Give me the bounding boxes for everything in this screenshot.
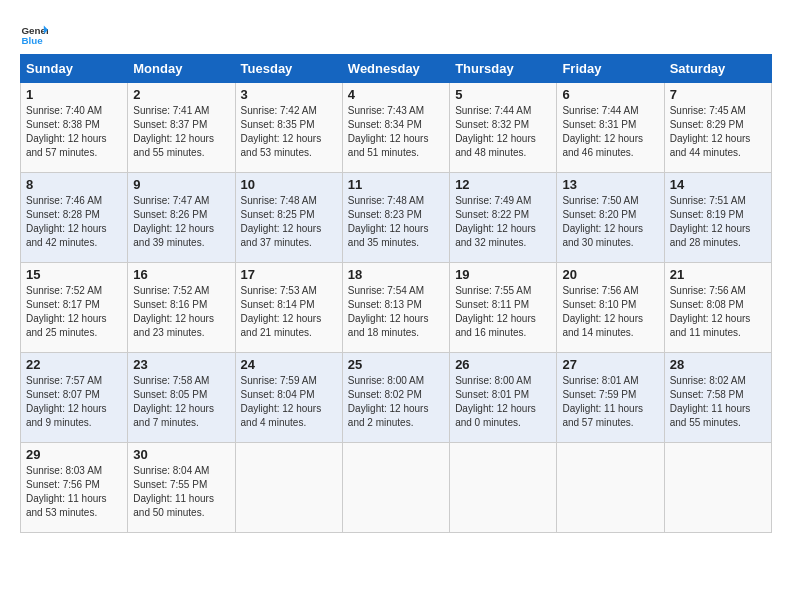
day-number: 24: [241, 357, 337, 372]
day-number: 8: [26, 177, 122, 192]
day-number: 19: [455, 267, 551, 282]
cell-info: Sunrise: 7:44 AM Sunset: 8:31 PM Dayligh…: [562, 104, 658, 160]
calendar-row-0: 1Sunrise: 7:40 AM Sunset: 8:38 PM Daylig…: [21, 83, 772, 173]
calendar-cell: 11Sunrise: 7:48 AM Sunset: 8:23 PM Dayli…: [342, 173, 449, 263]
cell-info: Sunrise: 7:56 AM Sunset: 8:08 PM Dayligh…: [670, 284, 766, 340]
cell-info: Sunrise: 7:41 AM Sunset: 8:37 PM Dayligh…: [133, 104, 229, 160]
day-number: 20: [562, 267, 658, 282]
day-number: 22: [26, 357, 122, 372]
cell-info: Sunrise: 8:01 AM Sunset: 7:59 PM Dayligh…: [562, 374, 658, 430]
header: General Blue: [20, 20, 772, 48]
cell-info: Sunrise: 7:54 AM Sunset: 8:13 PM Dayligh…: [348, 284, 444, 340]
calendar-cell: 13Sunrise: 7:50 AM Sunset: 8:20 PM Dayli…: [557, 173, 664, 263]
day-number: 14: [670, 177, 766, 192]
calendar-cell: 21Sunrise: 7:56 AM Sunset: 8:08 PM Dayli…: [664, 263, 771, 353]
cell-info: Sunrise: 7:46 AM Sunset: 8:28 PM Dayligh…: [26, 194, 122, 250]
cell-info: Sunrise: 7:42 AM Sunset: 8:35 PM Dayligh…: [241, 104, 337, 160]
calendar-cell: 27Sunrise: 8:01 AM Sunset: 7:59 PM Dayli…: [557, 353, 664, 443]
cell-info: Sunrise: 7:52 AM Sunset: 8:17 PM Dayligh…: [26, 284, 122, 340]
calendar-cell: 29Sunrise: 8:03 AM Sunset: 7:56 PM Dayli…: [21, 443, 128, 533]
day-number: 15: [26, 267, 122, 282]
day-number: 25: [348, 357, 444, 372]
cell-info: Sunrise: 8:03 AM Sunset: 7:56 PM Dayligh…: [26, 464, 122, 520]
calendar-cell: 6Sunrise: 7:44 AM Sunset: 8:31 PM Daylig…: [557, 83, 664, 173]
cell-info: Sunrise: 7:43 AM Sunset: 8:34 PM Dayligh…: [348, 104, 444, 160]
calendar-cell: 26Sunrise: 8:00 AM Sunset: 8:01 PM Dayli…: [450, 353, 557, 443]
header-day-saturday: Saturday: [664, 55, 771, 83]
cell-info: Sunrise: 7:47 AM Sunset: 8:26 PM Dayligh…: [133, 194, 229, 250]
day-number: 1: [26, 87, 122, 102]
day-number: 9: [133, 177, 229, 192]
logo: General Blue: [20, 20, 48, 48]
cell-info: Sunrise: 8:00 AM Sunset: 8:01 PM Dayligh…: [455, 374, 551, 430]
calendar-cell: 8Sunrise: 7:46 AM Sunset: 8:28 PM Daylig…: [21, 173, 128, 263]
day-number: 12: [455, 177, 551, 192]
calendar-cell: [557, 443, 664, 533]
calendar-cell: 20Sunrise: 7:56 AM Sunset: 8:10 PM Dayli…: [557, 263, 664, 353]
day-number: 4: [348, 87, 444, 102]
calendar-cell: 9Sunrise: 7:47 AM Sunset: 8:26 PM Daylig…: [128, 173, 235, 263]
day-number: 3: [241, 87, 337, 102]
calendar-cell: 19Sunrise: 7:55 AM Sunset: 8:11 PM Dayli…: [450, 263, 557, 353]
calendar-cell: 5Sunrise: 7:44 AM Sunset: 8:32 PM Daylig…: [450, 83, 557, 173]
calendar-cell: 23Sunrise: 7:58 AM Sunset: 8:05 PM Dayli…: [128, 353, 235, 443]
calendar-header-row: SundayMondayTuesdayWednesdayThursdayFrid…: [21, 55, 772, 83]
day-number: 10: [241, 177, 337, 192]
day-number: 2: [133, 87, 229, 102]
calendar-cell: 22Sunrise: 7:57 AM Sunset: 8:07 PM Dayli…: [21, 353, 128, 443]
cell-info: Sunrise: 7:49 AM Sunset: 8:22 PM Dayligh…: [455, 194, 551, 250]
header-day-monday: Monday: [128, 55, 235, 83]
day-number: 5: [455, 87, 551, 102]
cell-info: Sunrise: 8:00 AM Sunset: 8:02 PM Dayligh…: [348, 374, 444, 430]
calendar-cell: 24Sunrise: 7:59 AM Sunset: 8:04 PM Dayli…: [235, 353, 342, 443]
day-number: 17: [241, 267, 337, 282]
cell-info: Sunrise: 8:02 AM Sunset: 7:58 PM Dayligh…: [670, 374, 766, 430]
cell-info: Sunrise: 7:40 AM Sunset: 8:38 PM Dayligh…: [26, 104, 122, 160]
calendar-row-3: 22Sunrise: 7:57 AM Sunset: 8:07 PM Dayli…: [21, 353, 772, 443]
calendar-cell: 12Sunrise: 7:49 AM Sunset: 8:22 PM Dayli…: [450, 173, 557, 263]
calendar-cell: 2Sunrise: 7:41 AM Sunset: 8:37 PM Daylig…: [128, 83, 235, 173]
header-day-wednesday: Wednesday: [342, 55, 449, 83]
cell-info: Sunrise: 7:55 AM Sunset: 8:11 PM Dayligh…: [455, 284, 551, 340]
day-number: 13: [562, 177, 658, 192]
cell-info: Sunrise: 7:52 AM Sunset: 8:16 PM Dayligh…: [133, 284, 229, 340]
logo-icon: General Blue: [20, 20, 48, 48]
calendar-row-4: 29Sunrise: 8:03 AM Sunset: 7:56 PM Dayli…: [21, 443, 772, 533]
cell-info: Sunrise: 7:53 AM Sunset: 8:14 PM Dayligh…: [241, 284, 337, 340]
header-day-sunday: Sunday: [21, 55, 128, 83]
cell-info: Sunrise: 7:48 AM Sunset: 8:25 PM Dayligh…: [241, 194, 337, 250]
calendar-cell: 17Sunrise: 7:53 AM Sunset: 8:14 PM Dayli…: [235, 263, 342, 353]
cell-info: Sunrise: 7:56 AM Sunset: 8:10 PM Dayligh…: [562, 284, 658, 340]
cell-info: Sunrise: 7:57 AM Sunset: 8:07 PM Dayligh…: [26, 374, 122, 430]
cell-info: Sunrise: 7:48 AM Sunset: 8:23 PM Dayligh…: [348, 194, 444, 250]
calendar-cell: [664, 443, 771, 533]
day-number: 11: [348, 177, 444, 192]
cell-info: Sunrise: 8:04 AM Sunset: 7:55 PM Dayligh…: [133, 464, 229, 520]
header-day-tuesday: Tuesday: [235, 55, 342, 83]
calendar-cell: 7Sunrise: 7:45 AM Sunset: 8:29 PM Daylig…: [664, 83, 771, 173]
calendar-row-1: 8Sunrise: 7:46 AM Sunset: 8:28 PM Daylig…: [21, 173, 772, 263]
calendar-cell: 28Sunrise: 8:02 AM Sunset: 7:58 PM Dayli…: [664, 353, 771, 443]
calendar-cell: 4Sunrise: 7:43 AM Sunset: 8:34 PM Daylig…: [342, 83, 449, 173]
header-day-friday: Friday: [557, 55, 664, 83]
calendar-cell: 30Sunrise: 8:04 AM Sunset: 7:55 PM Dayli…: [128, 443, 235, 533]
day-number: 7: [670, 87, 766, 102]
day-number: 29: [26, 447, 122, 462]
calendar-cell: [235, 443, 342, 533]
calendar-cell: 1Sunrise: 7:40 AM Sunset: 8:38 PM Daylig…: [21, 83, 128, 173]
day-number: 30: [133, 447, 229, 462]
calendar-cell: 3Sunrise: 7:42 AM Sunset: 8:35 PM Daylig…: [235, 83, 342, 173]
day-number: 26: [455, 357, 551, 372]
cell-info: Sunrise: 7:51 AM Sunset: 8:19 PM Dayligh…: [670, 194, 766, 250]
day-number: 27: [562, 357, 658, 372]
day-number: 6: [562, 87, 658, 102]
calendar-table: SundayMondayTuesdayWednesdayThursdayFrid…: [20, 54, 772, 533]
cell-info: Sunrise: 7:58 AM Sunset: 8:05 PM Dayligh…: [133, 374, 229, 430]
calendar-cell: 15Sunrise: 7:52 AM Sunset: 8:17 PM Dayli…: [21, 263, 128, 353]
svg-text:Blue: Blue: [21, 35, 43, 46]
calendar-cell: [450, 443, 557, 533]
calendar-cell: 16Sunrise: 7:52 AM Sunset: 8:16 PM Dayli…: [128, 263, 235, 353]
calendar-cell: 14Sunrise: 7:51 AM Sunset: 8:19 PM Dayli…: [664, 173, 771, 263]
cell-info: Sunrise: 7:44 AM Sunset: 8:32 PM Dayligh…: [455, 104, 551, 160]
day-number: 16: [133, 267, 229, 282]
